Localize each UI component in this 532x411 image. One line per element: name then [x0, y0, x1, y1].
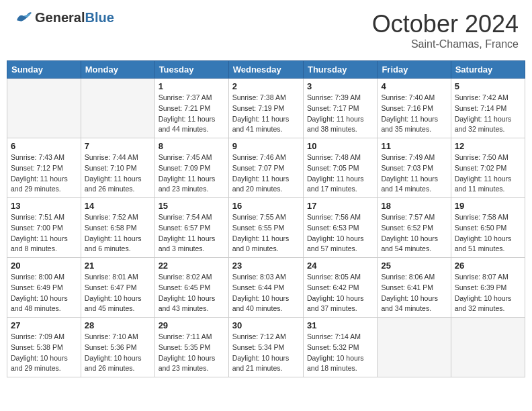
day-info: Sunrise: 7:45 AMSunset: 7:09 PMDaylight:…: [159, 152, 225, 195]
day-info: Sunrise: 7:54 AMSunset: 6:57 PMDaylight:…: [159, 212, 225, 255]
day-info: Sunrise: 7:49 AMSunset: 7:03 PMDaylight:…: [381, 152, 447, 195]
table-row: 30Sunrise: 7:12 AMSunset: 5:34 PMDayligh…: [228, 318, 303, 377]
day-info: Sunrise: 7:38 AMSunset: 7:19 PMDaylight:…: [232, 93, 300, 135]
day-number: 20: [11, 261, 77, 271]
col-wednesday: Wednesday: [228, 61, 303, 79]
table-row: 4Sunrise: 7:40 AMSunset: 7:16 PMDaylight…: [378, 79, 451, 138]
table-row: [7, 79, 81, 138]
table-row: 16Sunrise: 7:55 AMSunset: 6:55 PMDayligh…: [228, 198, 303, 258]
day-number: 2: [232, 81, 300, 91]
location-title: Saint-Chamas, France: [372, 38, 519, 50]
day-number: 30: [232, 320, 300, 330]
table-row: 5Sunrise: 7:42 AMSunset: 7:14 PMDaylight…: [451, 79, 525, 138]
day-number: 27: [11, 320, 77, 330]
table-row: 21Sunrise: 8:01 AMSunset: 6:47 PMDayligh…: [81, 258, 154, 318]
page-header: GeneralBlue October 2024 Saint-Chamas, F…: [7, 7, 525, 54]
col-monday: Monday: [81, 61, 154, 79]
day-number: 25: [381, 261, 447, 271]
calendar-week-row: 13Sunrise: 7:51 AMSunset: 7:00 PMDayligh…: [7, 198, 525, 258]
col-friday: Friday: [378, 61, 451, 79]
day-info: Sunrise: 7:42 AMSunset: 7:14 PMDaylight:…: [455, 93, 521, 135]
day-info: Sunrise: 8:01 AMSunset: 6:47 PMDaylight:…: [85, 272, 151, 314]
day-number: 19: [455, 201, 521, 211]
calendar-week-row: 20Sunrise: 8:00 AMSunset: 6:49 PMDayligh…: [7, 258, 525, 318]
table-row: 15Sunrise: 7:54 AMSunset: 6:57 PMDayligh…: [154, 198, 228, 258]
day-info: Sunrise: 7:52 AMSunset: 6:58 PMDaylight:…: [85, 212, 151, 255]
table-row: 27Sunrise: 7:09 AMSunset: 5:38 PMDayligh…: [7, 318, 81, 377]
table-row: 25Sunrise: 8:06 AMSunset: 6:41 PMDayligh…: [378, 258, 451, 318]
day-info: Sunrise: 7:43 AMSunset: 7:12 PMDaylight:…: [11, 152, 77, 195]
day-number: 24: [307, 261, 373, 271]
table-row: 11Sunrise: 7:49 AMSunset: 7:03 PMDayligh…: [378, 138, 451, 198]
day-info: Sunrise: 7:39 AMSunset: 7:17 PMDaylight:…: [307, 93, 373, 135]
logo: GeneralBlue: [13, 10, 114, 26]
day-number: 4: [381, 81, 447, 91]
day-info: Sunrise: 7:50 AMSunset: 7:02 PMDaylight:…: [455, 152, 521, 195]
day-info: Sunrise: 7:48 AMSunset: 7:05 PMDaylight:…: [307, 152, 373, 195]
day-info: Sunrise: 7:09 AMSunset: 5:38 PMDaylight:…: [11, 332, 77, 374]
table-row: 29Sunrise: 7:11 AMSunset: 5:35 PMDayligh…: [154, 318, 228, 377]
table-row: 1Sunrise: 7:37 AMSunset: 7:21 PMDaylight…: [154, 79, 228, 138]
day-number: 23: [232, 261, 300, 271]
day-number: 17: [307, 201, 373, 211]
table-row: 17Sunrise: 7:56 AMSunset: 6:53 PMDayligh…: [303, 198, 377, 258]
day-number: 6: [11, 141, 77, 151]
table-row: 26Sunrise: 8:07 AMSunset: 6:39 PMDayligh…: [451, 258, 525, 318]
table-row: 31Sunrise: 7:14 AMSunset: 5:32 PMDayligh…: [303, 318, 377, 377]
table-row: [451, 318, 525, 377]
table-row: 8Sunrise: 7:45 AMSunset: 7:09 PMDaylight…: [154, 138, 228, 198]
table-row: 18Sunrise: 7:57 AMSunset: 6:52 PMDayligh…: [378, 198, 451, 258]
day-number: 5: [455, 81, 521, 91]
day-info: Sunrise: 7:46 AMSunset: 7:07 PMDaylight:…: [232, 152, 300, 195]
day-number: 15: [159, 201, 225, 211]
day-number: 28: [85, 320, 151, 330]
day-info: Sunrise: 7:14 AMSunset: 5:32 PMDaylight:…: [307, 332, 373, 374]
day-number: 16: [232, 201, 300, 211]
table-row: 12Sunrise: 7:50 AMSunset: 7:02 PMDayligh…: [451, 138, 525, 198]
day-info: Sunrise: 7:51 AMSunset: 7:00 PMDaylight:…: [11, 212, 77, 255]
day-info: Sunrise: 7:37 AMSunset: 7:21 PMDaylight:…: [159, 93, 225, 135]
table-row: 9Sunrise: 7:46 AMSunset: 7:07 PMDaylight…: [228, 138, 303, 198]
day-info: Sunrise: 8:03 AMSunset: 6:44 PMDaylight:…: [232, 272, 300, 314]
table-row: 14Sunrise: 7:52 AMSunset: 6:58 PMDayligh…: [81, 198, 154, 258]
col-tuesday: Tuesday: [154, 61, 228, 79]
title-section: October 2024 Saint-Chamas, France: [372, 10, 519, 50]
day-number: 18: [381, 201, 447, 211]
col-thursday: Thursday: [303, 61, 377, 79]
day-number: 10: [307, 141, 373, 151]
table-row: 6Sunrise: 7:43 AMSunset: 7:12 PMDaylight…: [7, 138, 81, 198]
day-number: 26: [455, 261, 521, 271]
day-info: Sunrise: 7:56 AMSunset: 6:53 PMDaylight:…: [307, 212, 373, 255]
table-row: [378, 318, 451, 377]
table-row: 22Sunrise: 8:02 AMSunset: 6:45 PMDayligh…: [154, 258, 228, 318]
day-number: 31: [307, 320, 373, 330]
day-info: Sunrise: 7:11 AMSunset: 5:35 PMDaylight:…: [159, 332, 225, 374]
day-info: Sunrise: 8:02 AMSunset: 6:45 PMDaylight:…: [159, 272, 225, 314]
calendar-week-row: 27Sunrise: 7:09 AMSunset: 5:38 PMDayligh…: [7, 318, 525, 377]
day-info: Sunrise: 7:58 AMSunset: 6:50 PMDaylight:…: [455, 212, 521, 255]
table-row: 28Sunrise: 7:10 AMSunset: 5:36 PMDayligh…: [81, 318, 154, 377]
day-info: Sunrise: 8:06 AMSunset: 6:41 PMDaylight:…: [381, 272, 447, 314]
day-info: Sunrise: 7:55 AMSunset: 6:55 PMDaylight:…: [232, 212, 300, 255]
logo-bird-icon: [13, 11, 34, 25]
calendar-header-row: Sunday Monday Tuesday Wednesday Thursday…: [7, 61, 525, 79]
day-info: Sunrise: 7:40 AMSunset: 7:16 PMDaylight:…: [381, 93, 447, 135]
table-row: 10Sunrise: 7:48 AMSunset: 7:05 PMDayligh…: [303, 138, 377, 198]
table-row: 19Sunrise: 7:58 AMSunset: 6:50 PMDayligh…: [451, 198, 525, 258]
calendar-week-row: 6Sunrise: 7:43 AMSunset: 7:12 PMDaylight…: [7, 138, 525, 198]
day-number: 8: [159, 141, 225, 151]
table-row: [81, 79, 154, 138]
month-title: October 2024: [372, 10, 519, 38]
day-info: Sunrise: 8:07 AMSunset: 6:39 PMDaylight:…: [455, 272, 521, 314]
table-row: 23Sunrise: 8:03 AMSunset: 6:44 PMDayligh…: [228, 258, 303, 318]
day-number: 7: [85, 141, 151, 151]
day-number: 3: [307, 81, 373, 91]
table-row: 7Sunrise: 7:44 AMSunset: 7:10 PMDaylight…: [81, 138, 154, 198]
day-info: Sunrise: 7:10 AMSunset: 5:36 PMDaylight:…: [85, 332, 151, 374]
logo-text: GeneralBlue: [35, 10, 114, 26]
day-number: 11: [381, 141, 447, 151]
day-info: Sunrise: 7:57 AMSunset: 6:52 PMDaylight:…: [381, 212, 447, 255]
day-info: Sunrise: 8:05 AMSunset: 6:42 PMDaylight:…: [307, 272, 373, 314]
day-number: 14: [85, 201, 151, 211]
calendar-week-row: 1Sunrise: 7:37 AMSunset: 7:21 PMDaylight…: [7, 79, 525, 138]
